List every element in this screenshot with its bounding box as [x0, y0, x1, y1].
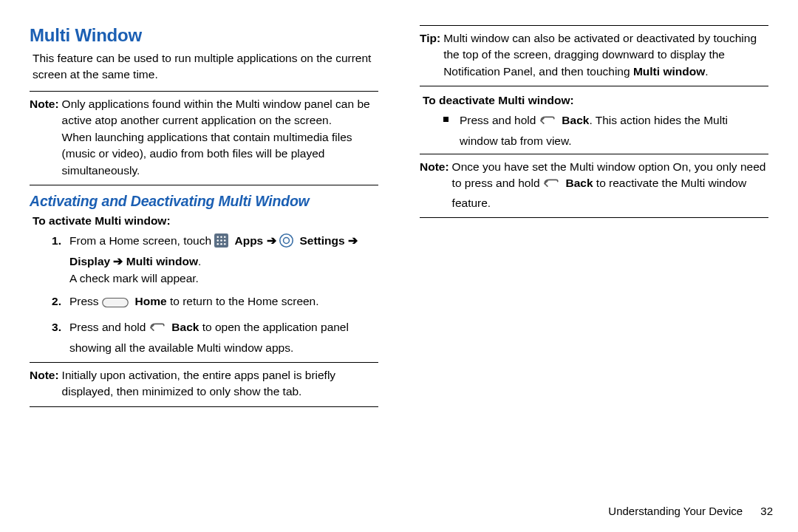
- note-block-2: Note: Initially upon activation, the ent…: [30, 362, 378, 407]
- back-icon: [539, 115, 556, 132]
- svg-point-1: [217, 236, 219, 239]
- note-text: Only applications found within the Multi…: [62, 96, 378, 179]
- note2-text: Initially upon activation, the entire ap…: [62, 367, 378, 400]
- svg-point-7: [217, 243, 219, 245]
- footer-chapter: Understanding Your Device: [608, 505, 743, 517]
- step1-line2: A check mark will appear.: [69, 272, 199, 284]
- deactivate-item: Press and hold Back. This action hides t…: [442, 112, 768, 149]
- svg-point-3: [224, 236, 226, 239]
- svg-point-6: [224, 240, 226, 242]
- svg-point-4: [217, 240, 219, 242]
- svg-point-10: [280, 234, 293, 247]
- deact-pre: Press and hold: [460, 114, 539, 126]
- arrow-icon: ➔: [267, 234, 279, 247]
- tip-text: Multi window can also be activated or de…: [443, 30, 768, 80]
- note2-label: Note:: [30, 367, 62, 400]
- activate-subhead: To activate Multi window:: [33, 214, 386, 228]
- back-icon: [149, 321, 166, 338]
- right-column: Tip: Multi window can also be activated …: [412, 22, 776, 415]
- svg-point-8: [221, 243, 223, 245]
- svg-point-2: [221, 236, 223, 239]
- step1-apps: Apps: [232, 234, 263, 247]
- apps-icon: [214, 233, 228, 252]
- tip-label: Tip:: [420, 30, 443, 80]
- step-1: From a Home screen, touch Apps ➔ Setting…: [52, 232, 378, 287]
- subsection-heading: Activating and Deactivating Multi Window: [30, 193, 386, 210]
- step2-home: Home: [132, 295, 166, 307]
- step3-pre: Press and hold: [69, 321, 149, 333]
- footer-page-number: 32: [760, 505, 773, 517]
- page-footer: Understanding Your Device 32: [608, 505, 773, 517]
- svg-rect-12: [103, 299, 129, 307]
- home-icon: [102, 296, 129, 313]
- note-label: Note:: [30, 96, 62, 179]
- deactivate-list: Press and hold Back. This action hides t…: [420, 112, 768, 149]
- section-heading: Multi Window: [30, 25, 386, 46]
- svg-point-5: [221, 240, 223, 242]
- note-block-1: Note: Only applications found within the…: [30, 91, 378, 185]
- intro-paragraph: This feature can be used to run multiple…: [33, 50, 378, 83]
- step3-back: Back: [168, 321, 199, 333]
- svg-point-9: [224, 243, 226, 245]
- note3-text: Once you have set the Multi window optio…: [452, 159, 768, 211]
- step-3: Press and hold Back to open the applicat…: [52, 318, 378, 356]
- deact-back: Back: [559, 114, 589, 126]
- svg-point-11: [283, 238, 289, 244]
- activate-steps: From a Home screen, touch Apps ➔ Setting…: [30, 232, 378, 356]
- settings-icon: [279, 233, 293, 252]
- step1-period: .: [198, 255, 201, 267]
- step-2: Press Home to return to the Home screen.: [52, 293, 378, 313]
- step2-trail: to return to the Home screen.: [170, 295, 319, 307]
- step1-settings: Settings: [296, 234, 344, 247]
- step1-pre: From a Home screen, touch: [69, 234, 214, 247]
- note3-label: Note:: [420, 159, 452, 211]
- left-column: Multi Window This feature can be used to…: [22, 22, 386, 415]
- deactivate-subhead: To deactivate Multi window:: [423, 94, 776, 107]
- tip-block: Tip: Multi window can also be activated …: [420, 25, 768, 86]
- note-block-3: Note: Once you have set the Multi window…: [420, 154, 768, 218]
- step2-pre: Press: [69, 295, 102, 307]
- back-icon: [543, 177, 559, 194]
